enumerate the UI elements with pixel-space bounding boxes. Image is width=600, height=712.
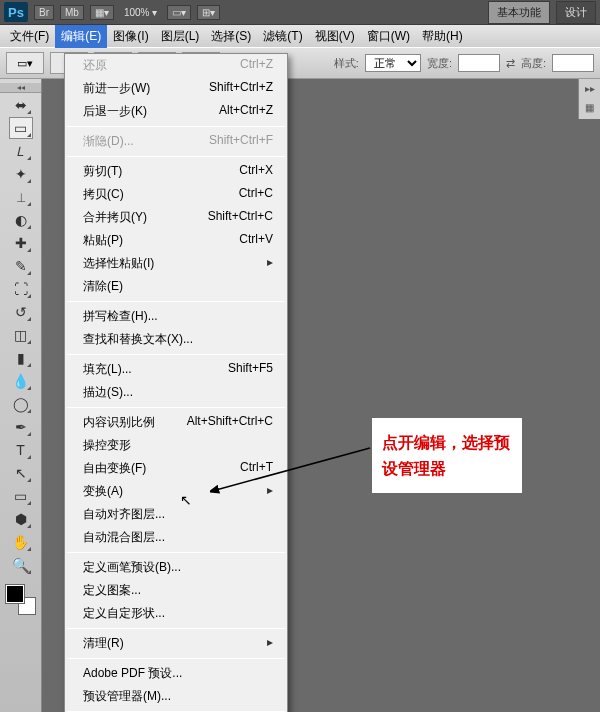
minibridge-button[interactable]: Mb [60,5,84,20]
menu-item[interactable]: 定义画笔预设(B)... [65,556,287,579]
annotation-callout: 点开编辑，选择预设管理器 [372,418,522,493]
screen-mode-button[interactable]: ▦▾ [90,5,114,20]
menu-filter[interactable]: 滤镜(T) [257,25,308,48]
menu-item[interactable]: 粘贴(P)Ctrl+V [65,229,287,252]
menu-image[interactable]: 图像(I) [107,25,154,48]
menu-item[interactable]: 合并拷贝(Y)Shift+Ctrl+C [65,206,287,229]
blur-tool[interactable]: 💧 [9,370,33,392]
menu-item[interactable]: 描边(S)... [65,381,287,404]
wand-tool[interactable]: ✦ [9,163,33,185]
crop-tool[interactable]: ⟂ [9,186,33,208]
menu-item[interactable]: 清理(R)▸ [65,632,287,655]
foreground-color[interactable] [6,585,24,603]
move-tool[interactable]: ⬌ [9,94,33,116]
marquee-tool[interactable]: ▭ [9,117,33,139]
swap-icon[interactable]: ⇄ [506,57,515,70]
arrange-button[interactable]: ⊞▾ [197,5,220,20]
lasso-tool[interactable]: 𝘓 [9,140,33,162]
style-select[interactable]: 正常 [365,54,421,72]
expand-icon[interactable]: ▸▸ [585,83,595,94]
dodge-tool[interactable]: ◯ [9,393,33,415]
menu-item[interactable]: 自由变换(F)Ctrl+T [65,457,287,480]
ps-logo: Ps [4,2,28,22]
bridge-button[interactable]: Br [34,5,54,20]
width-field[interactable] [458,54,500,72]
menu-item: 还原Ctrl+Z [65,54,287,77]
menu-item[interactable]: 定义图案... [65,579,287,602]
menu-window[interactable]: 窗口(W) [361,25,416,48]
menu-item[interactable]: 查找和替换文本(X)... [65,328,287,351]
brush-tool[interactable]: ✎ [9,255,33,277]
color-swatches[interactable] [6,585,36,615]
tools-collapse[interactable]: ◂◂ [0,83,41,93]
workspace-design[interactable]: 设计 [556,1,596,24]
menu-item[interactable]: 拼写检查(H)... [65,305,287,328]
3d-tool[interactable]: ⬢ [9,508,33,530]
menu-item[interactable]: Adobe PDF 预设... [65,662,287,685]
pen-tool[interactable]: ✒ [9,416,33,438]
app-top-strip: Ps Br Mb ▦▾ 100% ▾ ▭▾ ⊞▾ 基本功能 设计 [0,0,600,25]
shape-tool[interactable]: ▭ [9,485,33,507]
tools-panel: ◂◂ ⬌▭𝘓✦⟂◐✚✎⛶↺◫▮💧◯✒T↖▭⬢✋🔍 [0,79,42,712]
eraser-tool[interactable]: ◫ [9,324,33,346]
height-field[interactable] [552,54,594,72]
collapsed-panels[interactable]: ▸▸ ▦ [578,79,600,119]
menu-bar: 文件(F) 编辑(E) 图像(I) 图层(L) 选择(S) 滤镜(T) 视图(V… [0,25,600,47]
menu-item[interactable]: 自动混合图层... [65,526,287,549]
menu-view[interactable]: 视图(V) [309,25,361,48]
menu-item[interactable]: 选择性粘贴(I)▸ [65,252,287,275]
menu-item: 渐隐(D)...Shift+Ctrl+F [65,130,287,153]
workspace-basic[interactable]: 基本功能 [488,1,550,24]
height-label: 高度: [521,56,546,71]
menu-help[interactable]: 帮助(H) [416,25,469,48]
view-extras-button[interactable]: ▭▾ [167,5,191,20]
menu-item[interactable]: 前进一步(W)Shift+Ctrl+Z [65,77,287,100]
panel-icon[interactable]: ▦ [585,102,594,113]
menu-item[interactable]: 内容识别比例Alt+Shift+Ctrl+C [65,411,287,434]
style-label: 样式: [334,56,359,71]
history-brush[interactable]: ↺ [9,301,33,323]
menu-layer[interactable]: 图层(L) [155,25,206,48]
path-tool[interactable]: ↖ [9,462,33,484]
menu-item[interactable]: 后退一步(K)Alt+Ctrl+Z [65,100,287,123]
menu-item[interactable]: 定义自定形状... [65,602,287,625]
menu-item[interactable]: 清除(E) [65,275,287,298]
stamp-tool[interactable]: ⛶ [9,278,33,300]
zoom-tool[interactable]: 🔍 [9,554,33,576]
menu-select[interactable]: 选择(S) [205,25,257,48]
menu-item[interactable]: 变换(A)▸ [65,480,287,503]
width-label: 宽度: [427,56,452,71]
tool-preset[interactable]: ▭▾ [6,52,44,74]
menu-item[interactable]: 预设管理器(M)... [65,685,287,708]
menu-file[interactable]: 文件(F) [4,25,55,48]
menu-item[interactable]: 操控变形 [65,434,287,457]
zoom-display[interactable]: 100% ▾ [120,7,161,18]
gradient-tool[interactable]: ▮ [9,347,33,369]
menu-item[interactable]: 自动对齐图层... [65,503,287,526]
menu-item[interactable]: 拷贝(C)Ctrl+C [65,183,287,206]
menu-item[interactable]: 剪切(T)Ctrl+X [65,160,287,183]
menu-edit[interactable]: 编辑(E) [55,25,107,48]
type-tool[interactable]: T [9,439,33,461]
heal-tool[interactable]: ✚ [9,232,33,254]
menu-item[interactable]: 填充(L)...Shift+F5 [65,358,287,381]
edit-menu-dropdown: 还原Ctrl+Z前进一步(W)Shift+Ctrl+Z后退一步(K)Alt+Ct… [64,53,288,712]
eyedropper-tool[interactable]: ◐ [9,209,33,231]
hand-tool[interactable]: ✋ [9,531,33,553]
